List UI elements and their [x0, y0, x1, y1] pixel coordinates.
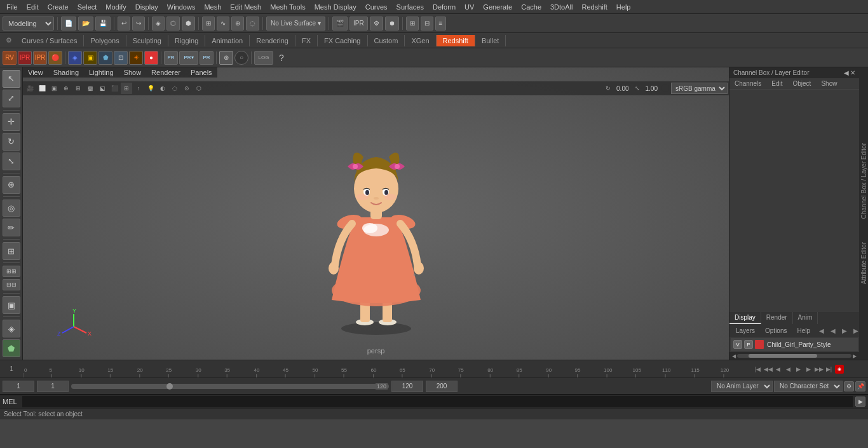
menu-create[interactable]: Create [44, 2, 72, 12]
viewport[interactable]: View Shading Lighting Show Renderer Pane… [23, 67, 729, 360]
no-live-surface-btn[interactable]: No Live Surface ▾ [266, 17, 325, 31]
rs-mat2-btn[interactable]: ○ [234, 51, 248, 65]
anim-pin-btn[interactable]: 📌 [855, 381, 865, 391]
layer-visibility-btn[interactable]: V [733, 340, 742, 349]
rtab-channel-box[interactable]: Channel Box / Layer Editor [859, 138, 869, 224]
rp-expand-btn[interactable]: ◀ [844, 69, 849, 76]
menu-edit[interactable]: Edit [23, 2, 43, 12]
rs-pr3-btn[interactable]: PR [200, 51, 214, 65]
menu-redshift[interactable]: Redshift [578, 2, 611, 12]
render-settings-btn[interactable]: ⚙ [370, 17, 383, 31]
layer-prev1-btn[interactable]: ◀ [817, 325, 827, 336]
vp-shading3-btn[interactable]: ⬛ [109, 83, 120, 94]
tab-bullet[interactable]: Bullet [475, 35, 506, 46]
render-region-btn[interactable]: ▣ [3, 296, 20, 314]
tab-fx[interactable]: FX [295, 35, 318, 46]
tab-custom[interactable]: Custom [368, 35, 405, 46]
viewport-menu-panels[interactable]: Panels [186, 67, 217, 78]
rs-ipr2-btn[interactable]: IPR [33, 51, 47, 65]
select-mode-btn[interactable]: ◈ [152, 17, 165, 31]
transport-prev-key-btn[interactable]: ◀◀ [764, 365, 773, 374]
ch-tab-channels[interactable]: Channels [729, 78, 766, 89]
snap-grid-left-btn[interactable]: ⊞⊞ [3, 266, 20, 277]
menu-edit-mesh[interactable]: Edit Mesh [226, 2, 265, 12]
gamma-dropdown[interactable]: sRGB gamma Linear [671, 83, 728, 94]
open-scene-btn[interactable]: 📂 [78, 17, 93, 31]
undo-btn[interactable]: ↩ [118, 17, 130, 31]
rs-light-btn[interactable]: ▣ [83, 51, 97, 65]
tab-polygons[interactable]: Polygons [84, 35, 126, 46]
vp-shadow-btn[interactable]: ◐ [157, 83, 168, 94]
menu-curves[interactable]: Curves [362, 2, 391, 12]
rs-pr1-btn[interactable]: PR [164, 51, 178, 65]
layer-color-swatch[interactable] [755, 340, 764, 349]
menu-help[interactable]: Help [613, 2, 635, 12]
vp-isolate-btn[interactable]: ⬡ [193, 83, 205, 94]
vp-shading2-btn[interactable]: ⬕ [97, 83, 108, 94]
rp-tab-anim[interactable]: Anim [793, 312, 818, 324]
menu-mesh-display[interactable]: Mesh Display [311, 2, 360, 12]
vp-xray-btn[interactable]: ◌ [169, 83, 180, 94]
transport-play-fwd-btn[interactable]: ▶ [794, 365, 803, 374]
soft-select-btn[interactable]: ◎ [3, 200, 20, 217]
transport-next-key-btn[interactable]: ▶▶ [815, 365, 824, 374]
layer-next1-btn[interactable]: ▶ [839, 325, 850, 336]
anim-settings-btn[interactable]: ⚙ [844, 381, 854, 391]
transport-to-end-btn[interactable]: ▶| [825, 365, 834, 374]
tab-fx-caching[interactable]: FX Caching [318, 35, 367, 46]
rp-close-btn[interactable]: ✕ [850, 69, 855, 76]
menu-mesh[interactable]: Mesh [200, 2, 225, 12]
paint-tool-btn[interactable]: ✏ [3, 219, 20, 236]
transport-play-back-btn[interactable]: ◀ [784, 365, 793, 374]
vp-film-btn[interactable]: ⬜ [36, 83, 48, 94]
new-scene-btn[interactable]: 📄 [61, 17, 76, 31]
rs-pr2-btn[interactable]: PR▾ [179, 51, 198, 65]
menu-deform[interactable]: Deform [429, 2, 459, 12]
vp-color-btn[interactable] [661, 85, 669, 92]
menu-windows[interactable]: Windows [163, 2, 200, 12]
ui-elements-btn[interactable]: ≡ [435, 17, 447, 31]
frame-end-num[interactable]: 120 [391, 381, 423, 392]
ch-tab-edit[interactable]: Edit [766, 78, 787, 89]
viewport-menu-show[interactable]: Show [119, 67, 147, 78]
move-tool-btn[interactable]: ✛ [3, 113, 20, 131]
range-end-num[interactable]: 200 [426, 381, 458, 392]
tab-rigging[interactable]: Rigging [168, 35, 205, 46]
vp-normals-btn[interactable]: ↑ [133, 83, 144, 94]
snap-view-btn[interactable]: ⊟⊟ [3, 279, 20, 290]
viewport-menu-shading[interactable]: Shading [48, 67, 84, 78]
rs-preview-btn[interactable]: RV [3, 51, 17, 65]
rs-ipr-btn[interactable]: IPR [18, 51, 32, 65]
lasso-mode-btn[interactable]: ⬡ [166, 17, 180, 31]
menu-3dtoall[interactable]: 3DtoAll [546, 2, 576, 12]
rs-render-btn[interactable]: 🔴 [48, 51, 62, 65]
paint-mode-btn[interactable]: ⬢ [182, 17, 195, 31]
vp-wireframe-btn[interactable]: ⊞ [72, 83, 84, 94]
vp-lights-btn[interactable]: 💡 [145, 83, 156, 94]
menu-cache[interactable]: Cache [517, 2, 545, 12]
rp-tab-display[interactable]: Display [729, 312, 761, 324]
snap-grid-btn[interactable]: ⊞ [202, 17, 215, 31]
layer-playback-btn[interactable]: P [744, 340, 753, 349]
menu-surfaces[interactable]: Surfaces [393, 2, 428, 12]
vp-gate-btn[interactable]: ▣ [48, 83, 60, 94]
rtab-attribute-editor[interactable]: Attribute Editor [859, 237, 869, 289]
layer-tab-options[interactable]: Options [761, 326, 790, 336]
menu-uv[interactable]: UV [461, 2, 478, 12]
rs-dome-btn[interactable]: ⬟ [98, 51, 112, 65]
timeline-slider[interactable]: 120 [71, 384, 389, 389]
rs-log-btn[interactable]: LOG [254, 51, 273, 65]
menu-mesh-tools[interactable]: Mesh Tools [266, 2, 309, 12]
universal-tool-btn[interactable]: ⊕ [3, 176, 20, 194]
rs-sphere-btn[interactable]: ● [144, 51, 158, 65]
timeline-slider-thumb[interactable] [166, 383, 173, 390]
transport-next-frame-btn[interactable]: ▶ [804, 365, 813, 374]
vp-grid-btn[interactable]: ⊞ [121, 83, 132, 94]
rs-camera-btn[interactable]: ⊡ [114, 51, 128, 65]
snap-point-btn[interactable]: ⊕ [231, 17, 244, 31]
workspace-dropdown[interactable]: Modeling Rigging Animation FX Rendering [3, 17, 54, 31]
render-anim-btn[interactable]: ⏺ [385, 17, 399, 31]
scroll-left-btn[interactable]: ◀ [731, 353, 737, 359]
layout-btn[interactable]: ⊞ [406, 17, 419, 31]
transport-auto-key-btn[interactable]: ◉ [835, 365, 844, 374]
